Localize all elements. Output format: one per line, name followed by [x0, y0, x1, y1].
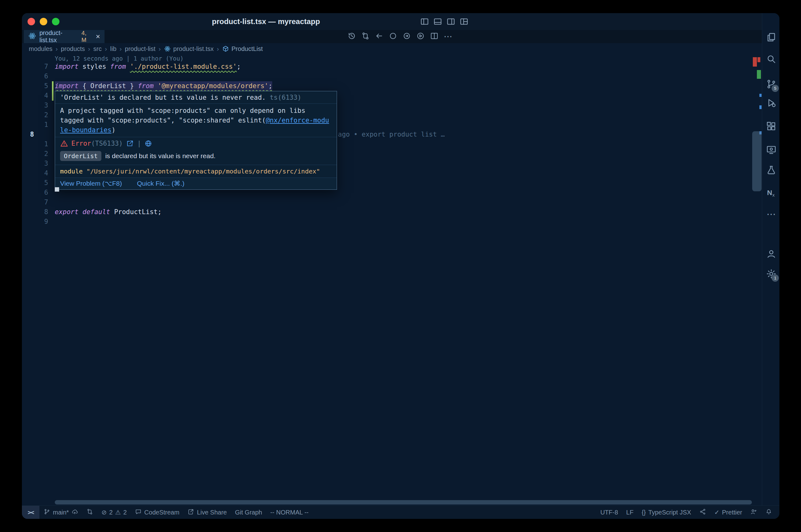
- status-bar-right: UTF-8LF{}TypeScript JSX✓Prettier: [596, 506, 779, 519]
- status-text: main*: [53, 509, 69, 516]
- eol-indicator[interactable]: LF: [622, 506, 637, 519]
- code-line[interactable]: 7import styles from './product-list.modu…: [22, 62, 762, 72]
- notifications-bell-icon[interactable]: [761, 506, 776, 519]
- breadcrumb-item[interactable]: modules: [29, 45, 53, 53]
- line-number[interactable]: 9: [22, 217, 48, 227]
- code-line[interactable]: 5import { OrderList } from '@myreactapp/…: [22, 81, 762, 91]
- vim-mode-indicator[interactable]: -- NORMAL --: [266, 506, 313, 519]
- code-line[interactable]: 6: [22, 72, 762, 81]
- settings-icon[interactable]: 1: [764, 267, 778, 281]
- breadcrumb-item[interactable]: src: [93, 45, 102, 53]
- testing-icon[interactable]: [764, 163, 778, 177]
- toggle-panel-icon[interactable]: [433, 17, 442, 27]
- git-compare-icon[interactable]: [361, 32, 370, 42]
- record-icon[interactable]: [388, 32, 397, 42]
- editor[interactable]: You, 12 seconds ago | 1 author (You) 7im…: [22, 54, 762, 506]
- breadcrumb-item[interactable]: product-list: [125, 45, 156, 53]
- code-line[interactable]: 7: [22, 197, 762, 207]
- line-number[interactable]: 3: [22, 101, 48, 110]
- split-editor-icon[interactable]: [430, 32, 439, 42]
- git-branch-item[interactable]: main*: [39, 506, 82, 519]
- line-number[interactable]: 7: [22, 197, 48, 207]
- close-window-button[interactable]: [28, 18, 35, 25]
- activity-badge: 5: [771, 85, 779, 92]
- line-number[interactable]: 8: [22, 130, 56, 139]
- status-text: -- NORMAL --: [270, 509, 309, 516]
- vertical-scrollbar[interactable]: [752, 131, 762, 191]
- language-mode-indicator[interactable]: {}TypeScript JSX: [638, 506, 695, 519]
- tab-product-list[interactable]: product-list.tsx 4, M ×: [24, 30, 105, 43]
- line-number[interactable]: 8: [22, 207, 48, 217]
- activity-bar: 5Nx⋯1: [762, 13, 779, 506]
- breadcrumb-item[interactable]: lib: [110, 45, 116, 53]
- line-number[interactable]: 5: [22, 81, 48, 91]
- more-views-icon[interactable]: ⋯: [764, 207, 778, 221]
- live-share-item[interactable]: Live Share: [183, 506, 231, 519]
- line-number[interactable]: 7: [22, 62, 48, 72]
- encoding-indicator[interactable]: UTF-8: [596, 506, 622, 519]
- remote-explorer-icon[interactable]: [764, 143, 778, 157]
- run-code-icon[interactable]: [416, 32, 425, 42]
- braces-icon: {}: [642, 509, 646, 516]
- line-number[interactable]: 6: [22, 72, 48, 81]
- hover-resize-grip[interactable]: [55, 187, 59, 192]
- toggle-primary-sidebar-icon[interactable]: [420, 17, 429, 27]
- breadcrumb: modules›products›src›lib›product-list›pr…: [22, 43, 762, 54]
- customize-layout-icon[interactable]: [459, 17, 469, 27]
- zoom-window-button[interactable]: [52, 18, 59, 25]
- share-nodes-icon[interactable]: [695, 506, 710, 519]
- toggle-secondary-sidebar-icon[interactable]: [446, 17, 456, 27]
- status-text: Live Share: [197, 509, 227, 516]
- navigate-back-icon[interactable]: [375, 32, 384, 42]
- explorer-icon[interactable]: [764, 30, 778, 44]
- open-external-icon[interactable]: [126, 139, 134, 148]
- prettier-indicator[interactable]: ✓Prettier: [710, 506, 746, 519]
- history-icon[interactable]: [347, 32, 356, 42]
- horizontal-scrollbar[interactable]: [55, 500, 752, 505]
- minimize-window-button[interactable]: [40, 18, 47, 25]
- line-number[interactable]: 5: [22, 178, 48, 188]
- remote-indicator[interactable]: ><: [22, 506, 39, 519]
- overview-ruler-error-mark: [753, 57, 757, 66]
- line-number[interactable]: 1: [22, 120, 48, 130]
- line-number[interactable]: 1: [22, 139, 48, 149]
- gitlens-authors-lens[interactable]: You, 12 seconds ago | 1 author (You): [55, 55, 184, 62]
- breadcrumb-item[interactable]: products: [61, 45, 85, 53]
- error-code-wrap: Error(TS6133): [71, 140, 123, 147]
- breadcrumb-symbol[interactable]: ProductList: [222, 45, 263, 53]
- line-number[interactable]: 2: [22, 149, 48, 159]
- problems-item[interactable]: ⊘2⚠2: [97, 506, 131, 519]
- feedback-icon[interactable]: [746, 506, 761, 519]
- overview-ruler-info-mark: [759, 94, 762, 97]
- globe-icon[interactable]: [144, 139, 152, 148]
- git-graph-item[interactable]: Git Graph: [231, 506, 266, 519]
- breadcrumb-file[interactable]: product-list.tsx: [164, 45, 214, 53]
- line-number[interactable]: 3: [22, 159, 48, 169]
- quick-fix-button[interactable]: Quick Fix... (⌘.): [137, 180, 185, 187]
- view-problem-button[interactable]: View Problem (⌥F8): [60, 180, 122, 187]
- git-compare-status-icon[interactable]: [82, 506, 97, 519]
- run-debug-icon[interactable]: [764, 96, 778, 110]
- codestream-item[interactable]: CodeStream: [131, 506, 183, 519]
- symbol-icon: [222, 45, 229, 52]
- close-tab-icon[interactable]: ×: [96, 32, 100, 41]
- search-icon[interactable]: [764, 52, 778, 66]
- line-number[interactable]: 4: [22, 169, 48, 178]
- code-text: import { OrderList } from '@myreactapp/m…: [55, 81, 272, 91]
- line-number[interactable]: 2: [22, 110, 48, 120]
- react-icon: [28, 32, 36, 41]
- accounts-icon[interactable]: [764, 247, 778, 261]
- code-line[interactable]: 9: [22, 217, 762, 227]
- extensions-icon[interactable]: [764, 119, 778, 133]
- gitlens-inline-blame: ago • export product list …: [338, 130, 444, 139]
- line-number[interactable]: 4: [22, 91, 48, 101]
- cloud-upload-icon: [71, 508, 78, 517]
- nx-console-icon[interactable]: Nx: [764, 186, 778, 200]
- line-number[interactable]: 6: [22, 188, 48, 197]
- symbol-badge: OrderList: [60, 151, 102, 161]
- status-text: CodeStream: [144, 509, 179, 516]
- code-line[interactable]: 8export default ProductList;: [22, 207, 762, 217]
- continue-icon[interactable]: [402, 32, 411, 42]
- more-actions-icon[interactable]: ⋯: [444, 32, 452, 41]
- source-control-icon[interactable]: 5: [764, 77, 778, 91]
